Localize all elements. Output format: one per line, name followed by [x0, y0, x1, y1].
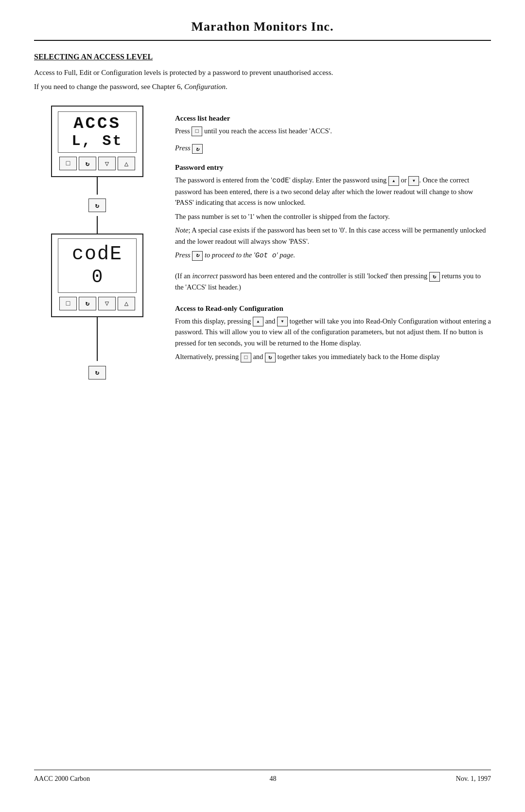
note-text: Note; A special case exists if the passw…: [175, 225, 491, 247]
display-screen-top: ACCS L, St: [58, 111, 137, 153]
btn-up-bottom[interactable]: △: [118, 297, 135, 310]
connector-1: [97, 177, 98, 195]
btn-list-inline-1[interactable]: □: [192, 126, 202, 136]
password-entry-text1: The password is entered from the 'codE' …: [175, 175, 491, 208]
page-header: Marathon Monitors Inc.: [34, 19, 491, 41]
btn-list-inline-2[interactable]: □: [241, 353, 251, 362]
display-top-line2: L, St: [60, 133, 134, 150]
press-text: Press: [175, 144, 192, 152]
footer-center: 48: [269, 775, 276, 783]
display-screen-bottom: codE 0: [58, 238, 137, 293]
intro-text-2: If you need to change the password, see …: [34, 81, 491, 92]
readonly-config-text2: Alternatively, pressing □ and ↻ together…: [175, 351, 491, 362]
readonly-config-heading: Access to Read-only Configuration: [175, 305, 491, 313]
btn-up-inline-2[interactable]: ▴: [253, 317, 263, 326]
enter-btn-mid: ↻: [88, 198, 106, 212]
button-row-top: □ ↻ ▽ △: [58, 157, 137, 170]
incorrect-italic: incorrect: [192, 272, 218, 280]
section-heading: SELECTING AN ACCESS LEVEL: [34, 53, 491, 61]
display-bottom-line1: codE: [60, 243, 134, 266]
btn-enter-inline-3[interactable]: ↻: [429, 272, 440, 282]
btn-up-inline[interactable]: ▴: [388, 176, 399, 186]
press-italic-label: Press ↻: [175, 144, 491, 154]
btn-enter-below[interactable]: ↻: [88, 366, 106, 379]
code-text: codE: [272, 177, 289, 184]
btn-down-top[interactable]: ▽: [98, 157, 116, 170]
btn-enter-bottom[interactable]: ↻: [79, 297, 96, 310]
btn-down-inline[interactable]: ▾: [408, 176, 419, 186]
btn-enter-inline-2[interactable]: ↻: [192, 251, 203, 261]
btn-enter-inline-1[interactable]: ↻: [192, 144, 203, 154]
access-list-text: Press □ until you reach the access list …: [175, 126, 491, 137]
left-column: ACCS L, St □ ↻ ▽ △ ↻ codE 0: [34, 106, 160, 770]
footer-left: AACC 2000 Carbon: [34, 775, 90, 783]
button-row-bottom: □ ↻ ▽ △: [58, 297, 137, 310]
password-entry-text2: The pass number is set to '1' when the c…: [175, 211, 491, 222]
btn-list-top[interactable]: □: [59, 157, 77, 170]
connector-2: [97, 216, 98, 234]
incorrect-pwd-text: (If an incorrect password has been enter…: [175, 271, 491, 292]
main-content: ACCS L, St □ ↻ ▽ △ ↻ codE 0: [34, 106, 491, 770]
enter-btn-below: ↻: [88, 366, 106, 379]
goto-monospace: Got o: [255, 252, 277, 259]
btn-list-bottom[interactable]: □: [59, 297, 77, 310]
config-italic: Configuration: [184, 83, 226, 90]
readonly-config-text1: From this display, pressing ▴ and ▾ toge…: [175, 316, 491, 349]
device-display-bottom: codE 0 □ ↻ ▽ △: [51, 234, 143, 317]
btn-enter-top[interactable]: ↻: [79, 157, 96, 170]
btn-up-top[interactable]: △: [118, 157, 135, 170]
page-footer: AACC 2000 Carbon 48 Nov. 1, 1997: [34, 770, 491, 783]
footer-right: Nov. 1, 1997: [456, 775, 491, 783]
btn-down-inline-2[interactable]: ▾: [277, 317, 288, 326]
right-column: Access list header Press □ until you rea…: [175, 106, 491, 770]
long-connector: [97, 317, 98, 361]
display-top-line1: ACCS: [60, 115, 134, 133]
page-title: Marathon Monitors Inc.: [192, 19, 334, 34]
btn-enter-mid[interactable]: ↻: [88, 198, 106, 212]
intro-text-1: Access to Full, Edit or Configuration le…: [34, 67, 491, 78]
btn-enter-inline-4[interactable]: ↻: [265, 353, 276, 362]
page: Marathon Monitors Inc. SELECTING AN ACCE…: [0, 0, 525, 812]
note-italic: Note: [175, 226, 188, 234]
press-goto-text: Press ↻ to proceed to the 'Got o' page.: [175, 250, 491, 261]
password-entry-heading: Password entry: [175, 163, 491, 172]
device-display-top: ACCS L, St □ ↻ ▽ △: [51, 106, 143, 178]
display-bottom-line2: 0: [60, 266, 134, 289]
btn-down-bottom[interactable]: ▽: [98, 297, 116, 310]
access-list-heading: Access list header: [175, 114, 491, 123]
